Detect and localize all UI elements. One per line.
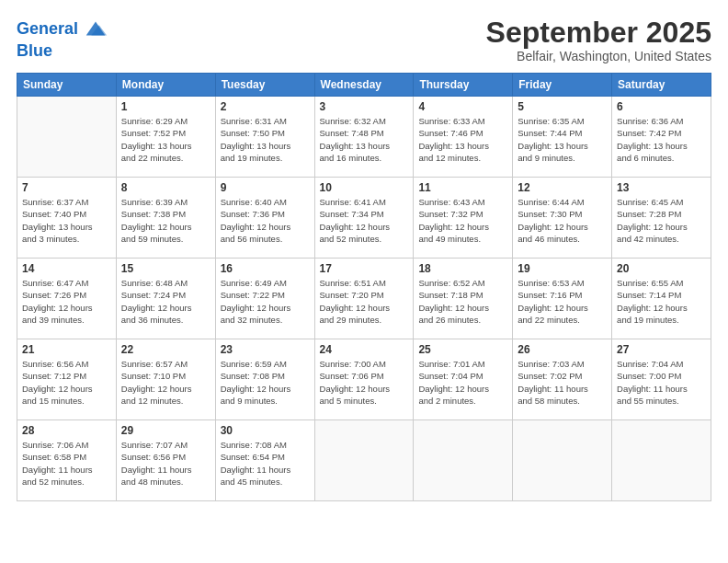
day-cell: 11Sunrise: 6:43 AMSunset: 7:32 PMDayligh… bbox=[414, 178, 513, 259]
day-info: Sunrise: 6:53 AMSunset: 7:16 PMDaylight:… bbox=[518, 277, 607, 326]
day-number: 15 bbox=[121, 262, 210, 275]
day-info: Sunrise: 7:04 AMSunset: 7:00 PMDaylight:… bbox=[617, 358, 706, 407]
day-number: 11 bbox=[418, 181, 507, 194]
day-number: 6 bbox=[617, 100, 706, 113]
weekday-header-sunday: Sunday bbox=[17, 74, 117, 97]
day-cell: 14Sunrise: 6:47 AMSunset: 7:26 PMDayligh… bbox=[17, 259, 117, 339]
day-info: Sunrise: 7:07 AMSunset: 6:56 PMDaylight:… bbox=[121, 439, 210, 488]
day-cell: 28Sunrise: 7:06 AMSunset: 6:58 PMDayligh… bbox=[17, 420, 117, 501]
day-number: 10 bbox=[320, 181, 409, 194]
day-cell: 22Sunrise: 6:57 AMSunset: 7:10 PMDayligh… bbox=[116, 339, 215, 420]
day-cell: 27Sunrise: 7:04 AMSunset: 7:00 PMDayligh… bbox=[612, 339, 711, 420]
month-title: September 2025 bbox=[486, 17, 711, 49]
day-number: 25 bbox=[418, 343, 507, 356]
calendar-table: SundayMondayTuesdayWednesdayThursdayFrid… bbox=[17, 73, 711, 501]
day-cell bbox=[513, 420, 612, 501]
day-info: Sunrise: 6:31 AMSunset: 7:50 PMDaylight:… bbox=[221, 115, 310, 164]
day-cell: 6Sunrise: 6:36 AMSunset: 7:42 PMDaylight… bbox=[612, 97, 711, 178]
day-number: 22 bbox=[121, 343, 210, 356]
day-cell: 20Sunrise: 6:55 AMSunset: 7:14 PMDayligh… bbox=[612, 259, 711, 339]
day-info: Sunrise: 6:51 AMSunset: 7:20 PMDaylight:… bbox=[320, 277, 409, 326]
weekday-header-thursday: Thursday bbox=[414, 74, 513, 97]
day-cell: 7Sunrise: 6:37 AMSunset: 7:40 PMDaylight… bbox=[17, 178, 117, 259]
location-subtitle: Belfair, Washington, United States bbox=[486, 49, 711, 63]
day-info: Sunrise: 6:59 AMSunset: 7:08 PMDaylight:… bbox=[221, 358, 310, 407]
weekday-header-monday: Monday bbox=[116, 74, 215, 97]
weekday-header-wednesday: Wednesday bbox=[314, 74, 414, 97]
title-area: September 2025 Belfair, Washington, Unit… bbox=[486, 17, 711, 63]
day-info: Sunrise: 6:57 AMSunset: 7:10 PMDaylight:… bbox=[121, 358, 210, 407]
day-info: Sunrise: 7:06 AMSunset: 6:58 PMDaylight:… bbox=[22, 439, 111, 488]
day-cell: 4Sunrise: 6:33 AMSunset: 7:46 PMDaylight… bbox=[414, 97, 513, 178]
day-number: 7 bbox=[22, 181, 111, 194]
day-number: 13 bbox=[617, 181, 706, 194]
day-info: Sunrise: 7:00 AMSunset: 7:06 PMDaylight:… bbox=[320, 358, 409, 407]
week-row-2: 7Sunrise: 6:37 AMSunset: 7:40 PMDaylight… bbox=[17, 178, 711, 259]
day-info: Sunrise: 6:55 AMSunset: 7:14 PMDaylight:… bbox=[617, 277, 706, 326]
day-info: Sunrise: 6:32 AMSunset: 7:48 PMDaylight:… bbox=[320, 115, 409, 164]
logo-blue: Blue bbox=[17, 42, 108, 61]
day-info: Sunrise: 6:43 AMSunset: 7:32 PMDaylight:… bbox=[418, 196, 507, 245]
day-cell: 1Sunrise: 6:29 AMSunset: 7:52 PMDaylight… bbox=[116, 97, 215, 178]
day-cell: 17Sunrise: 6:51 AMSunset: 7:20 PMDayligh… bbox=[314, 259, 414, 339]
logo-text: General bbox=[17, 20, 78, 39]
day-info: Sunrise: 6:39 AMSunset: 7:38 PMDaylight:… bbox=[121, 196, 210, 245]
day-number: 1 bbox=[121, 100, 210, 113]
day-info: Sunrise: 6:33 AMSunset: 7:46 PMDaylight:… bbox=[418, 115, 507, 164]
week-row-4: 21Sunrise: 6:56 AMSunset: 7:12 PMDayligh… bbox=[17, 339, 711, 420]
day-info: Sunrise: 6:35 AMSunset: 7:44 PMDaylight:… bbox=[518, 115, 607, 164]
day-info: Sunrise: 6:45 AMSunset: 7:28 PMDaylight:… bbox=[617, 196, 706, 245]
day-cell: 26Sunrise: 7:03 AMSunset: 7:02 PMDayligh… bbox=[513, 339, 612, 420]
day-cell bbox=[612, 420, 711, 501]
weekday-header-tuesday: Tuesday bbox=[215, 74, 314, 97]
day-cell: 18Sunrise: 6:52 AMSunset: 7:18 PMDayligh… bbox=[414, 259, 513, 339]
day-cell bbox=[314, 420, 414, 501]
day-number: 18 bbox=[418, 262, 507, 275]
day-number: 30 bbox=[221, 424, 310, 437]
day-cell bbox=[17, 97, 117, 178]
day-info: Sunrise: 6:49 AMSunset: 7:22 PMDaylight:… bbox=[221, 277, 310, 326]
day-info: Sunrise: 6:52 AMSunset: 7:18 PMDaylight:… bbox=[418, 277, 507, 326]
day-cell: 24Sunrise: 7:00 AMSunset: 7:06 PMDayligh… bbox=[314, 339, 414, 420]
day-number: 12 bbox=[518, 181, 607, 194]
day-info: Sunrise: 7:08 AMSunset: 6:54 PMDaylight:… bbox=[221, 439, 310, 488]
day-number: 9 bbox=[221, 181, 310, 194]
week-row-5: 28Sunrise: 7:06 AMSunset: 6:58 PMDayligh… bbox=[17, 420, 711, 501]
day-number: 19 bbox=[518, 262, 607, 275]
day-number: 17 bbox=[320, 262, 409, 275]
day-cell: 30Sunrise: 7:08 AMSunset: 6:54 PMDayligh… bbox=[215, 420, 314, 501]
day-number: 14 bbox=[22, 262, 111, 275]
day-info: Sunrise: 7:01 AMSunset: 7:04 PMDaylight:… bbox=[418, 358, 507, 407]
day-info: Sunrise: 6:48 AMSunset: 7:24 PMDaylight:… bbox=[121, 277, 210, 326]
day-cell: 23Sunrise: 6:59 AMSunset: 7:08 PMDayligh… bbox=[215, 339, 314, 420]
day-number: 28 bbox=[22, 424, 111, 437]
weekday-header-saturday: Saturday bbox=[612, 74, 711, 97]
day-number: 8 bbox=[121, 181, 210, 194]
day-number: 20 bbox=[617, 262, 706, 275]
day-info: Sunrise: 6:37 AMSunset: 7:40 PMDaylight:… bbox=[22, 196, 111, 245]
day-number: 3 bbox=[320, 100, 409, 113]
day-cell bbox=[414, 420, 513, 501]
day-cell: 15Sunrise: 6:48 AMSunset: 7:24 PMDayligh… bbox=[116, 259, 215, 339]
day-cell: 21Sunrise: 6:56 AMSunset: 7:12 PMDayligh… bbox=[17, 339, 117, 420]
weekday-header-row: SundayMondayTuesdayWednesdayThursdayFrid… bbox=[17, 74, 711, 97]
weekday-header-friday: Friday bbox=[513, 74, 612, 97]
day-number: 26 bbox=[518, 343, 607, 356]
day-cell: 5Sunrise: 6:35 AMSunset: 7:44 PMDaylight… bbox=[513, 97, 612, 178]
day-number: 4 bbox=[418, 100, 507, 113]
day-cell: 25Sunrise: 7:01 AMSunset: 7:04 PMDayligh… bbox=[414, 339, 513, 420]
day-number: 21 bbox=[22, 343, 111, 356]
day-cell: 8Sunrise: 6:39 AMSunset: 7:38 PMDaylight… bbox=[116, 178, 215, 259]
day-cell: 10Sunrise: 6:41 AMSunset: 7:34 PMDayligh… bbox=[314, 178, 414, 259]
day-number: 24 bbox=[320, 343, 409, 356]
day-cell: 2Sunrise: 6:31 AMSunset: 7:50 PMDaylight… bbox=[215, 97, 314, 178]
logo: General Blue bbox=[17, 17, 108, 61]
week-row-1: 1Sunrise: 6:29 AMSunset: 7:52 PMDaylight… bbox=[17, 97, 711, 178]
day-info: Sunrise: 6:44 AMSunset: 7:30 PMDaylight:… bbox=[518, 196, 607, 245]
day-info: Sunrise: 6:36 AMSunset: 7:42 PMDaylight:… bbox=[617, 115, 706, 164]
day-info: Sunrise: 6:56 AMSunset: 7:12 PMDaylight:… bbox=[22, 358, 111, 407]
day-number: 2 bbox=[221, 100, 310, 113]
day-info: Sunrise: 7:03 AMSunset: 7:02 PMDaylight:… bbox=[518, 358, 607, 407]
day-info: Sunrise: 6:47 AMSunset: 7:26 PMDaylight:… bbox=[22, 277, 111, 326]
day-number: 29 bbox=[121, 424, 210, 437]
